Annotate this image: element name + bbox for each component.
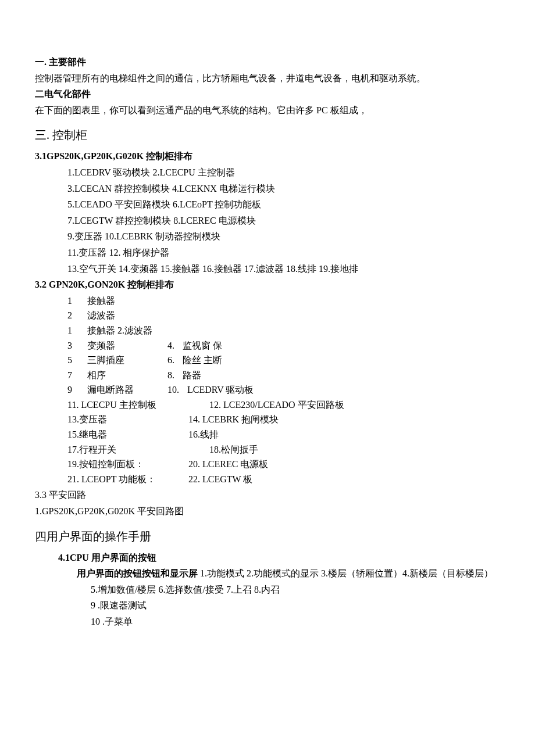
section-2-body: 在下面的图表里，你可以看到运通产品的电气系统的结构。它由许多 PC 板组成， [35, 103, 500, 118]
sec32-left-col: 3 变频器 5 三脚插座 7 相序 9 漏电断路器 [67, 338, 151, 397]
row-num: 10. [167, 382, 179, 397]
row-text: 21. LCEOPT 功能板： [67, 472, 172, 487]
sec32-right-col: 4. 监视窗 保 6. 险丝 主断 8. 路器 10. LCEDRV 驱动板 [167, 338, 254, 397]
section-3-3-title: 3.3 平安回路 [35, 488, 500, 503]
row-text: 18.松闸扳手 [188, 442, 344, 457]
row-text: 12. LCE230/LCEADO 平安回路板 [188, 397, 344, 413]
sec31-line: 7.LCEGTW 群控控制模块 8.LCEREC 电源模块 [35, 213, 500, 228]
row-text: 14. LCEBRK 抱闸模块 [188, 412, 344, 427]
row-num: 6. [167, 353, 174, 368]
row-num: 2 [67, 308, 79, 323]
row-text: 15.继电器 [67, 427, 172, 442]
sec32-row: 9 漏电断路器 [67, 382, 151, 397]
sec41-lead: 用户界面的按钮按钮和显示屏 [77, 568, 198, 578]
row-text: 17.行程开关 [67, 442, 172, 457]
row-text: 变频器 [87, 338, 151, 353]
row-text: 监视窗 保 [183, 338, 222, 353]
sec41-l4: 10 .子菜单 [35, 614, 500, 629]
section-1-title: 一. 主要部件 [35, 55, 500, 70]
row-text: 三脚插座 [87, 353, 151, 368]
row-text: 16.线排 [188, 427, 344, 442]
row-num: 7 [67, 368, 79, 383]
sec31-line: 3.LCECAN 群控控制模块 4.LCEKNX 电梯运行模块 [35, 181, 500, 196]
row-num: 9 [67, 382, 79, 397]
row-text: 11. LCECPU 主控制板 [67, 397, 172, 413]
section-3-1-title: 3.1GPS20K,GP20K,G020K 控制柜排布 [35, 149, 500, 164]
row-text: 路器 [183, 368, 201, 383]
section-3-3-line: 1.GPS20K,GP20K,G020K 平安回路图 [35, 504, 500, 519]
sec32-row: 1 接触器 [67, 293, 500, 309]
row-text: LCEDRV 驱动板 [187, 382, 254, 397]
sec32-wide-right: 12. LCE230/LCEADO 平安回路板 14. LCEBRK 抱闸模块 … [188, 397, 344, 487]
row-num: 4. [167, 338, 174, 353]
section-3-title: 三. 控制柜 [35, 126, 500, 144]
sec41-l3: 9 .限速器测试 [35, 598, 500, 613]
sec32-row: 3 变频器 [67, 338, 151, 353]
sec31-line: 1.LCEDRV 驱动模块 2.LCECPU 主控制器 [35, 165, 500, 180]
document-page: 一. 主要部件 控制器管理所有的电梯组件之间的通信，比方轿厢电气设备，井道电气设… [0, 0, 535, 665]
row-text: 13.变压器 [67, 412, 172, 427]
row-text: 接触器 [87, 293, 115, 309]
sec31-line: 5.LCEADO 平安回路模块 6.LCEoPT 控制功能板 [35, 197, 500, 212]
sec31-line: 9.变压器 10.LCEBRK 制动器控制模块 [35, 229, 500, 244]
sec31-line: 13.空气开关 14.变频器 15.接触器 16.接触器 17.滤波器 18.线… [35, 261, 500, 277]
row-text: 险丝 主断 [183, 353, 222, 368]
row-num: 5 [67, 353, 79, 368]
section-4-title: 四用户界面的操作手册 [35, 527, 500, 546]
section-1-body: 控制器管理所有的电梯组件之间的通信，比方轿厢电气设备，井道电气设备，电机和驱动系… [35, 71, 500, 86]
sec32-row: 7 相序 [67, 368, 151, 383]
row-text: 漏电断路器 [87, 382, 151, 397]
row-text: 接触器 2.滤波器 [87, 323, 152, 338]
row-num: 1 [67, 293, 79, 309]
sec41-lead-line: 用户界面的按钮按钮和显示屏 1.功能模式 2.功能模式的显示 3.楼层（轿厢位置… [35, 566, 500, 581]
sec32-wide-left: 11. LCECPU 主控制板 13.变压器 15.继电器 17.行程开关 19… [67, 397, 172, 487]
row-text: 19.按钮控制面板： [67, 457, 172, 472]
section-4-1-title: 4.1CPU 用户界面的按钮 [35, 550, 500, 565]
sec32-wide-block: 11. LCECPU 主控制板 13.变压器 15.继电器 17.行程开关 19… [35, 397, 500, 487]
sec32-row: 10. LCEDRV 驱动板 [167, 382, 254, 397]
row-num: 8. [167, 368, 174, 383]
row-text: 滤波器 [87, 308, 115, 323]
sec41-inline: 1.功能模式 2.功能模式的显示 3.楼层（轿厢位置）4.新楼层（目标楼层） [198, 568, 493, 578]
sec32-pair-block: 3 变频器 5 三脚插座 7 相序 9 漏电断路器 4. 监视窗 保 6. [35, 338, 500, 397]
section-3-2-title: 3.2 GPN20K,GON20K 控制柜排布 [35, 277, 500, 292]
row-text: 20. LCEREC 电源板 [188, 457, 344, 472]
row-text: 22. LCEGTW 板 [188, 472, 344, 487]
row-num: 3 [67, 338, 79, 353]
sec32-row: 1 接触器 2.滤波器 [67, 323, 500, 338]
sec32-top: 1 接触器 2 滤波器 1 接触器 2.滤波器 [35, 293, 500, 338]
sec32-row: 8. 路器 [167, 368, 254, 383]
section-2-title: 二电气化部件 [35, 87, 500, 102]
row-num: 1 [67, 323, 79, 338]
sec41-l2: 5.增加数值/楼层 6.选择数值/接受 7.上召 8.内召 [35, 582, 500, 597]
sec31-line: 11.变压器 12. 相序保护器 [35, 245, 500, 260]
sec32-row: 6. 险丝 主断 [167, 353, 254, 368]
sec32-row: 4. 监视窗 保 [167, 338, 254, 353]
sec32-row: 5 三脚插座 [67, 353, 151, 368]
sec32-row: 2 滤波器 [67, 308, 500, 323]
row-text: 相序 [87, 368, 151, 383]
